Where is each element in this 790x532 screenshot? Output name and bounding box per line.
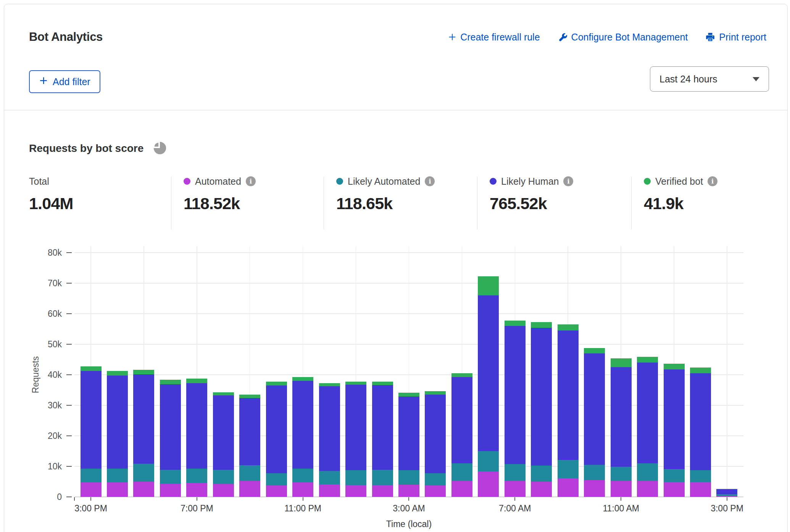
bar-segment-verified-bot [239,395,260,398]
stat-divider [477,177,477,229]
bar[interactable] [292,377,313,497]
bar-segment-likely-human [690,373,711,470]
bar[interactable] [637,357,658,497]
bar[interactable] [505,321,526,497]
stat-likely-automated[interactable]: Likely Automated i 118.65k [336,175,435,213]
bar-segment-likely-human [81,371,102,469]
bar[interactable] [716,489,737,497]
bar[interactable] [611,358,632,497]
bar-segment-automated [611,481,632,497]
bar-segment-automated [531,482,552,497]
caret-down-icon [753,77,759,81]
bar-segment-likely-automated [239,465,260,481]
bar[interactable] [690,368,711,497]
bar-segment-verified-bot [292,377,313,381]
bar[interactable] [81,366,102,497]
bar-segment-automated [664,482,685,497]
bar-segment-likely-automated [664,469,685,482]
bar[interactable] [372,382,393,497]
info-icon[interactable]: i [708,176,717,186]
add-filter-label: Add filter [53,76,90,87]
bar-segment-verified-bot [531,322,552,327]
bar-segment-verified-bot [186,379,207,383]
info-icon[interactable]: i [425,176,435,186]
bar-segment-automated [292,482,313,497]
bar-segment-likely-human [664,369,685,469]
stat-likely-human[interactable]: Likely Human i 765.52k [490,175,573,213]
header-actions: Create firewall rule Configure Bot Manag… [448,32,766,43]
bar[interactable] [398,393,419,497]
print-report-label: Print report [719,32,766,43]
bar-segment-likely-human [425,395,446,473]
print-report-link[interactable]: Print report [705,32,766,43]
stat-divider [631,177,632,229]
bar-segment-likely-automated [425,473,446,485]
bar-segment-automated [505,481,526,497]
bar-segment-automated [398,485,419,497]
bar-segment-likely-human [505,326,526,464]
bar[interactable] [451,373,472,497]
bar-segment-likely-automated [531,466,552,482]
bar-segment-likely-automated [611,467,632,481]
bar-segment-verified-bot [107,371,128,375]
bar-segment-likely-human [345,385,366,470]
automated-dot-icon [184,178,190,185]
bar-segment-likely-automated [81,469,102,482]
stat-automated-label: Automated [195,176,241,187]
bar-segment-likely-automated [213,470,234,484]
bar-segment-verified-bot [319,383,340,387]
bar-segment-likely-automated [160,470,181,484]
bar-segment-automated [584,480,605,497]
info-icon[interactable]: i [246,176,256,186]
bar-segment-likely-human [451,377,472,463]
bar[interactable] [213,392,234,497]
create-firewall-rule-label: Create firewall rule [460,32,540,43]
bar[interactable] [239,395,260,497]
bar-segment-likely-automated [133,464,154,482]
bar[interactable] [186,379,207,497]
bar[interactable] [107,371,128,497]
bar-segment-verified-bot [425,391,446,395]
bar[interactable] [266,382,287,497]
create-firewall-rule-link[interactable]: Create firewall rule [448,32,540,43]
bar-segment-likely-human [716,489,737,494]
bar-segment-likely-human [372,385,393,470]
bar[interactable] [584,348,605,497]
add-filter-button[interactable]: Add filter [29,70,100,93]
bar[interactable] [664,364,685,497]
bar-segment-verified-bot [213,392,234,396]
time-range-select[interactable]: Last 24 hours [650,66,769,92]
bar-segment-likely-human [584,353,605,465]
bar-segment-likely-automated [266,473,287,486]
bar-segment-likely-human [531,328,552,466]
bar-segment-verified-bot [266,382,287,385]
bar[interactable] [531,322,552,497]
stat-automated[interactable]: Automated i 118.52k [184,175,256,213]
bar[interactable] [319,383,340,497]
bar[interactable] [478,276,499,497]
bar-segment-automated [319,484,340,497]
bar-segment-verified-bot [81,366,102,371]
bar[interactable] [160,380,181,497]
pie-chart-icon [152,140,167,157]
plus-icon [39,76,48,87]
bar-segment-verified-bot [558,324,579,330]
bar-segment-likely-human [398,397,419,471]
bar-segment-likely-automated [319,471,340,484]
bar[interactable] [133,370,154,497]
card-header: Bot Analytics Create firewall rule Confi… [29,28,766,46]
info-icon[interactable]: i [563,176,573,186]
plus-icon [448,33,456,41]
bar[interactable] [425,391,446,497]
bar-segment-verified-bot [345,382,366,385]
stat-likely-automated-value: 118.65k [336,194,435,213]
bar-segment-verified-bot [478,276,499,295]
bar-segment-automated [478,471,499,497]
bar[interactable] [558,324,579,497]
bar-segment-automated [690,482,711,497]
bar[interactable] [345,382,366,497]
stat-verified-bot[interactable]: Verified bot i 41.9k [644,175,717,213]
page-title: Bot Analytics [29,30,103,44]
bar-segment-automated [186,483,207,497]
configure-bot-management-link[interactable]: Configure Bot Management [558,32,688,43]
